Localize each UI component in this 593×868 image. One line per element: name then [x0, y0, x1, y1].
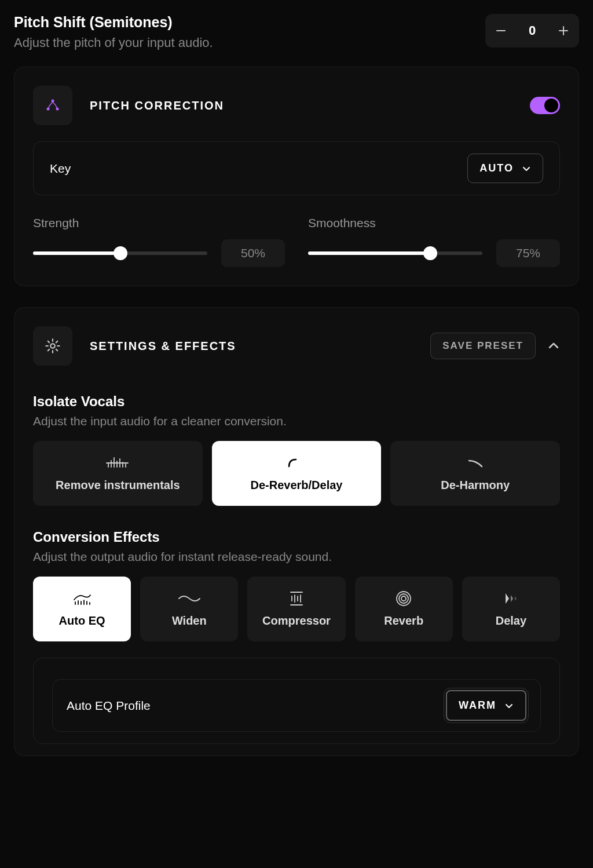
strength-slider[interactable]	[33, 251, 207, 255]
conversion-effects-subtitle: Adjust the output audio for instant rele…	[33, 550, 560, 564]
strength-slider-group: Strength 50%	[33, 216, 285, 267]
auto-eq-subpanel: Auto EQ Profile WARM	[33, 658, 560, 744]
chevron-down-icon	[522, 164, 531, 173]
pitch-correction-icon	[45, 99, 61, 112]
minus-icon	[496, 25, 506, 36]
pitch-correction-toggle[interactable]	[530, 97, 560, 114]
reverb-icon	[395, 590, 412, 607]
smoothness-value: 75%	[496, 239, 560, 267]
auto-eq-profile-label: Auto EQ Profile	[67, 699, 151, 713]
key-field: Key AUTO	[33, 141, 560, 195]
conversion-option-reverb[interactable]: Reverb	[355, 577, 453, 641]
key-value: AUTO	[479, 162, 514, 174]
deharmony-icon	[466, 457, 485, 469]
conversion-option-widen[interactable]: Widen	[140, 577, 238, 641]
auto-eq-profile-field: Auto EQ Profile WARM	[52, 679, 541, 732]
svg-point-6	[50, 344, 54, 348]
smoothness-slider[interactable]	[308, 251, 482, 255]
remove-instrumentals-icon	[106, 455, 129, 471]
compressor-icon	[286, 590, 307, 607]
pitch-shift-header: Pitch Shift (Semitones) Adjust the pitch…	[14, 14, 579, 50]
svg-marker-30	[506, 593, 509, 604]
conversion-effects-title: Conversion Effects	[33, 529, 560, 545]
svg-point-28	[399, 594, 408, 603]
card-label: Auto EQ	[59, 614, 105, 628]
auto-eq-profile-value: WARM	[459, 699, 496, 712]
key-label: Key	[50, 162, 71, 176]
settings-icon-box	[33, 326, 72, 366]
chevron-up-icon[interactable]	[547, 340, 560, 352]
pitch-shift-stepper: 0	[485, 14, 579, 48]
plus-icon	[558, 25, 569, 36]
auto-eq-profile-dropdown[interactable]: WARM	[446, 690, 526, 721]
pitch-value: 0	[517, 23, 548, 38]
pitch-shift-subtitle: Adjust the pitch of your input audio.	[14, 35, 213, 50]
strength-value: 50%	[221, 239, 285, 267]
key-dropdown[interactable]: AUTO	[467, 154, 543, 183]
widen-icon	[177, 593, 202, 604]
isolate-vocals-title: Isolate Vocals	[33, 393, 560, 410]
dereverb-icon	[287, 457, 306, 469]
save-preset-button[interactable]: SAVE PRESET	[430, 333, 536, 359]
pitch-shift-title: Pitch Shift (Semitones)	[14, 14, 213, 31]
pitch-correction-icon-box	[33, 86, 72, 125]
pitch-decrement-button[interactable]	[485, 14, 517, 48]
settings-effects-title: SETTINGS & EFFECTS	[90, 340, 236, 353]
isolate-option-deharmony[interactable]: De-Harmony	[390, 441, 560, 506]
card-label: Reverb	[384, 614, 423, 628]
delay-icon	[501, 591, 521, 606]
gear-icon	[45, 338, 61, 354]
smoothness-slider-group: Smoothness 75%	[308, 216, 560, 267]
conversion-option-delay[interactable]: Delay	[462, 577, 560, 641]
pitch-correction-title: PITCH CORRECTION	[90, 99, 224, 112]
card-label: Remove instrumentals	[56, 479, 180, 492]
isolate-option-remove-instrumentals[interactable]: Remove instrumentals	[33, 441, 203, 506]
smoothness-label: Smoothness	[308, 216, 560, 230]
svg-point-27	[401, 596, 406, 601]
chevron-down-icon	[504, 701, 514, 710]
conversion-option-autoeq[interactable]: Auto EQ	[33, 577, 131, 641]
svg-marker-31	[511, 595, 513, 602]
svg-point-4	[47, 108, 50, 111]
svg-marker-32	[515, 596, 517, 601]
card-label: De-Reverb/Delay	[251, 479, 343, 492]
isolate-vocals-subtitle: Adjust the input audio for a cleaner con…	[33, 414, 560, 428]
conversion-option-compressor[interactable]: Compressor	[247, 577, 345, 641]
card-label: De-Harmony	[441, 479, 510, 492]
settings-effects-panel: SETTINGS & EFFECTS SAVE PRESET Isolate V…	[14, 307, 579, 756]
card-label: Delay	[496, 614, 526, 628]
pitch-correction-panel: PITCH CORRECTION Key AUTO Strength 50% S…	[14, 67, 579, 286]
isolate-option-dereverb[interactable]: De-Reverb/Delay	[212, 441, 382, 506]
strength-label: Strength	[33, 216, 285, 230]
autoeq-icon	[72, 592, 93, 606]
card-label: Widen	[172, 614, 207, 628]
svg-point-5	[56, 108, 59, 111]
card-label: Compressor	[262, 614, 331, 628]
pitch-increment-button[interactable]	[548, 14, 579, 48]
svg-point-3	[52, 100, 54, 103]
